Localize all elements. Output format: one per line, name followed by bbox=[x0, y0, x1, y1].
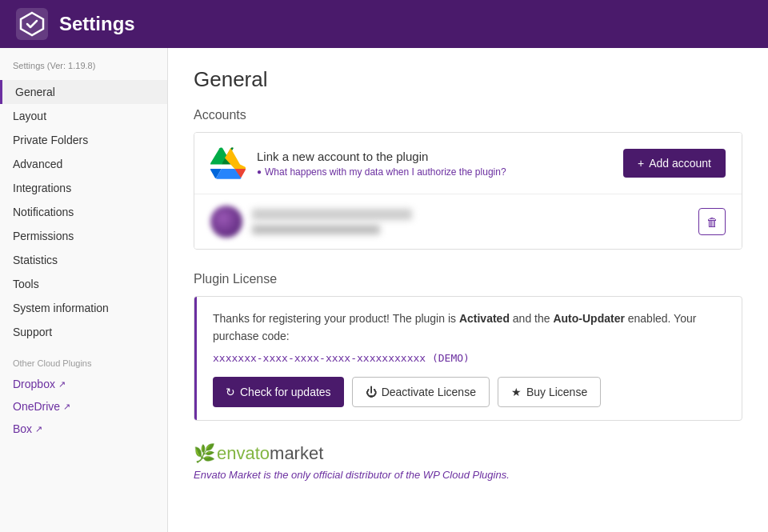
app-logo-icon bbox=[16, 8, 48, 40]
sidebar-link-onedrive[interactable]: OneDrive ↗ bbox=[0, 395, 167, 418]
sidebar-item-layout[interactable]: Layout bbox=[0, 104, 167, 128]
other-plugins-label: Other Cloud Plugins bbox=[0, 344, 167, 373]
trash-icon: 🗑 bbox=[706, 215, 718, 229]
external-link-icon: ↗ bbox=[63, 402, 70, 412]
sidebar-item-tools[interactable]: Tools bbox=[0, 272, 167, 296]
plus-icon: + bbox=[638, 157, 644, 170]
activated-word: Activated bbox=[459, 312, 510, 325]
refresh-icon: ↻ bbox=[226, 386, 235, 398]
license-card: Thanks for registering your product! The… bbox=[194, 296, 742, 421]
sidebar-item-integrations[interactable]: Integrations bbox=[0, 176, 167, 200]
sidebar-version: Settings (Ver: 1.19.8) bbox=[0, 58, 167, 80]
envato-sub-text: Envato Market is the only official distr… bbox=[194, 469, 742, 481]
sidebar-link-dropbox[interactable]: Dropbox ↗ bbox=[0, 373, 167, 395]
external-link-icon: ↗ bbox=[58, 379, 66, 390]
app-header: Settings bbox=[0, 0, 768, 48]
sidebar-item-general[interactable]: General bbox=[0, 80, 167, 104]
account-email-blurred bbox=[252, 225, 380, 234]
page-title: General bbox=[194, 67, 742, 92]
envato-name-rest: market bbox=[270, 443, 323, 463]
envato-logo: 🌿 envatomarket bbox=[194, 443, 742, 464]
accounts-section-title: Accounts bbox=[194, 108, 742, 122]
sidebar: Settings (Ver: 1.19.8) General Layout Pr… bbox=[0, 48, 168, 532]
sidebar-item-support[interactable]: Support bbox=[0, 320, 167, 344]
sidebar-item-permissions[interactable]: Permissions bbox=[0, 224, 167, 248]
app-title: Settings bbox=[59, 13, 135, 35]
deactivate-license-button[interactable]: ⏻ Deactivate License bbox=[352, 377, 490, 407]
license-text: Thanks for registering your product! The… bbox=[213, 310, 726, 346]
purchase-code: xxxxxxx-xxxx-xxxx-xxxx-xxxxxxxxxxx (DEMO… bbox=[213, 352, 726, 364]
link-account-sub: What happens with my data when I authori… bbox=[265, 166, 506, 178]
license-buttons: ↻ Check for updates ⏻ Deactivate License… bbox=[213, 377, 726, 407]
envato-leaf-icon: 🌿 bbox=[194, 443, 215, 464]
license-section: Plugin License Thanks for registering yo… bbox=[194, 272, 742, 421]
link-account-row: Link a new account to the plugin ● What … bbox=[194, 133, 742, 194]
license-section-title: Plugin License bbox=[194, 272, 742, 286]
accounts-card: Link a new account to the plugin ● What … bbox=[194, 132, 742, 250]
check-updates-button[interactable]: ↻ Check for updates bbox=[213, 377, 344, 407]
account-row: 🗑 bbox=[194, 194, 742, 249]
star-icon: ★ bbox=[511, 386, 522, 398]
account-name-blurred bbox=[252, 209, 412, 220]
link-account-title: Link a new account to the plugin bbox=[257, 150, 506, 163]
google-drive-icon bbox=[210, 146, 246, 181]
autoupdater-word: Auto-Updater bbox=[553, 312, 624, 325]
add-account-button[interactable]: + Add account bbox=[623, 149, 726, 178]
sidebar-item-system-information[interactable]: System information bbox=[0, 296, 167, 320]
envato-section: 🌿 envatomarket Envato Market is the only… bbox=[194, 440, 742, 484]
sidebar-item-notifications[interactable]: Notifications bbox=[0, 200, 167, 224]
envato-name-green: envato bbox=[217, 443, 270, 463]
avatar bbox=[210, 206, 242, 238]
delete-account-button[interactable]: 🗑 bbox=[698, 208, 726, 235]
buy-license-button[interactable]: ★ Buy License bbox=[498, 377, 601, 407]
add-account-label: Add account bbox=[649, 157, 711, 170]
sidebar-item-statistics[interactable]: Statistics bbox=[0, 248, 167, 272]
bullet-icon: ● bbox=[257, 167, 262, 176]
sidebar-item-advanced[interactable]: Advanced bbox=[0, 152, 167, 176]
power-icon: ⏻ bbox=[366, 386, 377, 398]
external-link-icon: ↗ bbox=[35, 424, 42, 434]
sidebar-link-box[interactable]: Box ↗ bbox=[0, 418, 167, 440]
main-content: General Accounts Link a new bbox=[168, 48, 768, 532]
sidebar-item-private-folders[interactable]: Private Folders bbox=[0, 128, 167, 152]
